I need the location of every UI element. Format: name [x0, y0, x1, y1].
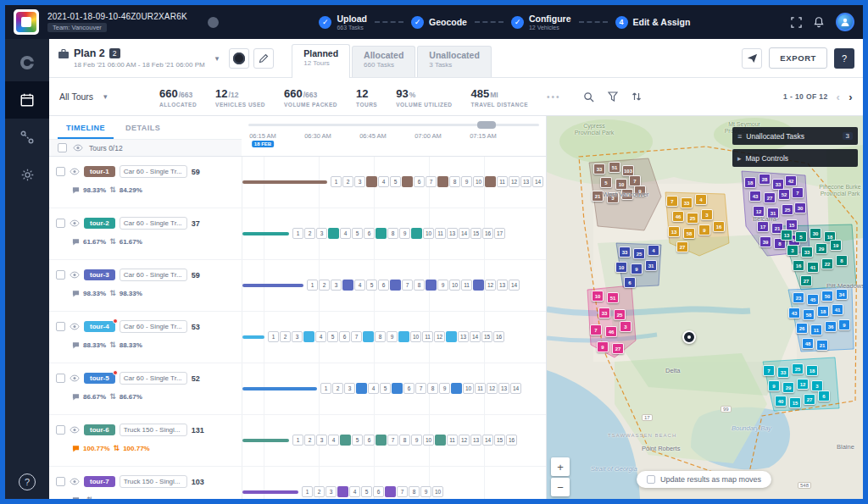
tour-badge[interactable]: tour-4 [84, 321, 115, 332]
task-block[interactable]: 2 [314, 486, 325, 497]
map-marker[interactable]: 6 [624, 277, 636, 288]
user-avatar[interactable] [836, 13, 854, 31]
tab-unallocated[interactable]: Unallocated3 Tasks [417, 46, 492, 77]
task-block-filled[interactable] [376, 228, 387, 239]
task-block-filled[interactable] [376, 435, 387, 446]
task-block[interactable]: 15 [494, 435, 505, 446]
tour-gantt[interactable]: 1234567891011121314 [242, 260, 546, 311]
map-marker[interactable]: 3 [787, 245, 798, 256]
map-marker[interactable]: 25 [687, 213, 698, 224]
map-marker[interactable]: 15 [789, 397, 801, 408]
tour-gantt[interactable]: 12345678910 [242, 467, 546, 499]
tour-badge[interactable]: tour-3 [84, 269, 115, 280]
map-marker[interactable]: 25 [792, 363, 804, 374]
map-marker[interactable]: 34 [836, 289, 848, 300]
map-marker[interactable]: 51 [607, 292, 619, 303]
tour-badge[interactable]: tour-5 [84, 373, 115, 384]
task-block-filled[interactable] [398, 331, 409, 342]
map-marker[interactable]: 13 [668, 226, 680, 237]
task-block[interactable]: 5 [352, 435, 363, 446]
map-marker[interactable]: 29 [782, 382, 794, 393]
map-marker[interactable]: 18 [806, 365, 818, 376]
map-marker[interactable]: 30 [794, 202, 806, 213]
task-block[interactable]: 1 [292, 228, 303, 239]
task-block[interactable]: 8 [409, 486, 420, 497]
map-marker[interactable]: 45 [807, 294, 819, 305]
step-geocode[interactable]: ✓Geocode [411, 16, 467, 29]
map-marker[interactable]: 19 [830, 240, 842, 251]
dispatch-button[interactable] [742, 48, 762, 69]
tour-badge[interactable]: tour-1 [84, 166, 115, 177]
map-marker[interactable]: 9 [698, 224, 710, 235]
task-block[interactable]: 14 [509, 280, 520, 291]
task-block[interactable]: 7 [426, 176, 437, 187]
map-marker[interactable]: 33 [593, 163, 605, 174]
task-block[interactable]: 7 [397, 486, 408, 497]
map-marker[interactable]: 3 [620, 321, 632, 332]
sidebar-item-team[interactable] [5, 44, 49, 81]
map-marker[interactable]: 10 [592, 291, 604, 302]
task-block-filled[interactable] [385, 486, 396, 497]
task-block[interactable]: 11 [497, 176, 508, 187]
task-block[interactable]: 5 [380, 383, 391, 394]
task-block[interactable]: 3 [331, 280, 342, 291]
map-marker[interactable]: 52 [778, 189, 790, 200]
task-block[interactable]: 5 [390, 176, 401, 187]
task-block-filled[interactable] [337, 486, 348, 497]
map-marker[interactable]: 18 [817, 306, 829, 317]
zoom-out-button[interactable]: − [551, 478, 570, 496]
map-marker[interactable]: 18 [744, 177, 756, 188]
map-panel[interactable]: 3351103510721362918283342432752712312530… [547, 116, 863, 499]
map-marker[interactable]: 6 [818, 390, 830, 402]
map-marker[interactable]: 31 [645, 260, 657, 271]
map-marker[interactable]: 3 [701, 209, 713, 220]
eye-icon[interactable] [70, 271, 80, 279]
map-marker[interactable]: 27 [612, 343, 624, 354]
map-marker[interactable]: 46 [672, 211, 684, 222]
app-logo-icon[interactable] [14, 9, 39, 35]
task-block[interactable]: 6 [378, 280, 389, 291]
map-marker[interactable]: 26 [796, 323, 808, 334]
map-marker[interactable]: 30 [810, 228, 821, 239]
zoom-in-button[interactable]: + [551, 457, 570, 476]
vehicle-label[interactable]: Truck 150 - Singl... [120, 475, 187, 488]
task-block[interactable]: 16 [482, 228, 493, 239]
map-marker[interactable]: 4 [695, 194, 707, 205]
task-block[interactable]: 5 [366, 280, 377, 291]
plan-dropdown-chevron-icon[interactable]: ▾ [215, 54, 220, 63]
update-results-checkbox[interactable] [647, 475, 655, 484]
map-marker[interactable]: 27 [804, 394, 815, 405]
tour-gantt[interactable]: 1234567891011121314 [242, 363, 546, 414]
task-block-filled[interactable] [363, 331, 374, 342]
task-block[interactable]: 4 [349, 486, 360, 497]
map-marker[interactable]: 12 [797, 379, 809, 390]
task-block[interactable]: 11 [475, 383, 486, 394]
task-block[interactable]: 1 [307, 280, 318, 291]
task-block-filled[interactable] [437, 176, 448, 187]
vehicle-label[interactable]: Car 60 - Single Tr... [120, 372, 187, 385]
task-block[interactable]: 10 [463, 383, 474, 394]
task-block[interactable]: 7 [351, 331, 362, 342]
task-block[interactable]: 9 [461, 176, 472, 187]
more-stats-button[interactable]: ••• [547, 92, 561, 102]
task-block-filled[interactable] [340, 435, 351, 446]
map-marker[interactable]: 29 [815, 243, 827, 254]
task-block[interactable]: 2 [319, 280, 330, 291]
eye-icon[interactable] [70, 219, 80, 227]
map-marker[interactable]: 27 [764, 192, 776, 203]
eye-icon[interactable] [70, 168, 80, 175]
panel-tab-timeline[interactable]: TIMELINE [58, 116, 114, 139]
task-block[interactable]: 13 [497, 280, 508, 291]
task-block[interactable]: 10 [423, 435, 434, 446]
map-marker[interactable]: 46 [605, 326, 617, 337]
tour-checkbox[interactable] [56, 477, 65, 486]
tour-gantt[interactable]: 1234568910111314151617 [242, 208, 546, 259]
task-block-filled[interactable] [342, 280, 353, 291]
map-marker[interactable]: 5 [795, 231, 807, 242]
map-marker[interactable]: 13 [781, 230, 793, 241]
task-block[interactable]: 10 [473, 176, 484, 187]
map-marker[interactable]: 43 [788, 307, 800, 318]
task-block[interactable]: 14 [532, 176, 543, 187]
map-marker[interactable]: 23 [793, 292, 804, 303]
task-block[interactable]: 9 [399, 228, 410, 239]
